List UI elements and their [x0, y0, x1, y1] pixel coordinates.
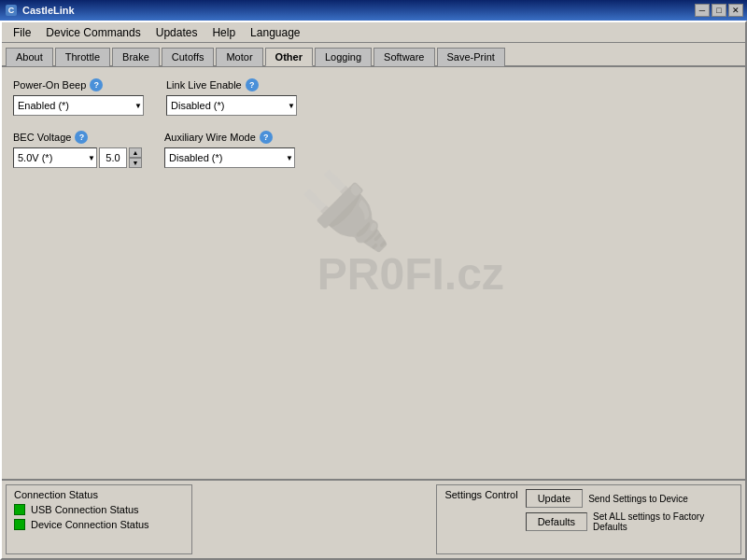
- power-on-beep-select-wrapper: Enabled (*) Disabled: [13, 95, 144, 116]
- bec-voltage-group: BEC Voltage ? 5.0V (*) 6.0V 7.4V 8.4V: [13, 131, 142, 168]
- connection-status-panel: Connection Status USB Connection Status …: [6, 484, 192, 554]
- auxiliary-wire-mode-label: Auxiliary Wire Mode ?: [164, 131, 295, 144]
- defaults-description: Set ALL settings to Factory Defaults: [593, 511, 733, 532]
- window-controls: ─ □ ✕: [695, 4, 743, 17]
- usb-status-item: USB Connection Status: [14, 504, 184, 515]
- auxiliary-wire-help[interactable]: ?: [260, 131, 273, 144]
- svg-text:C: C: [8, 6, 15, 15]
- device-status-label: Device Connection Status: [31, 519, 149, 530]
- title-bar: C CastleLink ─ □ ✕: [0, 0, 747, 21]
- link-live-enable-select[interactable]: Disabled (*) Enabled: [166, 95, 297, 116]
- device-status-indicator: [14, 519, 25, 530]
- close-button[interactable]: ✕: [728, 4, 743, 17]
- usb-status-label: USB Connection Status: [31, 504, 139, 515]
- menu-bar: File Device Commands Updates Help Langua…: [2, 22, 745, 43]
- form-row-2: BEC Voltage ? 5.0V (*) 6.0V 7.4V 8.4V: [13, 131, 734, 168]
- bec-voltage-help[interactable]: ?: [75, 131, 88, 144]
- main-window: File Device Commands Updates Help Langua…: [0, 21, 747, 560]
- update-description: Send Settings to Device: [588, 494, 688, 504]
- tab-save-print[interactable]: Save-Print: [437, 48, 505, 66]
- bec-voltage-select[interactable]: 5.0V (*) 6.0V 7.4V 8.4V: [13, 147, 97, 168]
- bec-voltage-control: 5.0V (*) 6.0V 7.4V 8.4V ▲ ▼: [13, 147, 142, 168]
- form-row-1: Power-On Beep ? Enabled (*) Disabled Lin…: [13, 78, 734, 116]
- tab-logging[interactable]: Logging: [315, 48, 372, 66]
- power-on-beep-help[interactable]: ?: [90, 78, 103, 91]
- watermark: PR0FI.cz: [317, 247, 504, 299]
- status-spacer: [196, 484, 432, 554]
- bec-voltage-label: BEC Voltage ?: [13, 131, 142, 144]
- settings-title-col: Settings Control: [444, 489, 517, 504]
- menu-device-commands[interactable]: Device Commands: [38, 24, 148, 41]
- connection-status-title: Connection Status: [14, 489, 184, 500]
- auxiliary-wire-mode-select[interactable]: Disabled (*) Enabled: [164, 147, 295, 168]
- content-area: 🔌 PR0FI.cz Power-On Beep ? Enabled (*) D…: [2, 67, 745, 479]
- maximize-button[interactable]: □: [712, 4, 726, 17]
- tab-about[interactable]: About: [6, 48, 53, 66]
- auxiliary-wire-select-wrapper: Disabled (*) Enabled: [164, 147, 295, 168]
- defaults-button[interactable]: Defaults: [526, 512, 587, 531]
- menu-help[interactable]: Help: [204, 24, 243, 41]
- tab-cutoffs[interactable]: Cutoffs: [162, 48, 215, 66]
- menu-file[interactable]: File: [6, 24, 38, 41]
- tab-bar: About Throttle Brake Cutoffs Motor Other…: [2, 43, 745, 67]
- link-live-enable-label: Link Live Enable ?: [166, 78, 297, 91]
- bec-voltage-select-wrapper: 5.0V (*) 6.0V 7.4V 8.4V: [13, 147, 97, 168]
- update-button[interactable]: Update: [526, 489, 583, 508]
- tab-software[interactable]: Software: [374, 48, 434, 66]
- tab-other[interactable]: Other: [265, 48, 313, 66]
- update-row: Update Send Settings to Device: [526, 489, 733, 508]
- usb-status-indicator: [14, 504, 25, 515]
- minimize-button[interactable]: ─: [695, 4, 710, 17]
- power-on-beep-select[interactable]: Enabled (*) Disabled: [13, 95, 144, 116]
- app-title: CastleLink: [22, 5, 695, 16]
- watermark-icon: 🔌: [299, 167, 392, 255]
- bec-voltage-decrement[interactable]: ▼: [129, 158, 142, 168]
- power-on-beep-label: Power-On Beep ?: [13, 78, 144, 91]
- settings-control-panel: Settings Control Update Send Settings to…: [436, 484, 741, 554]
- link-live-enable-help[interactable]: ?: [246, 78, 259, 91]
- app-icon: C: [4, 3, 19, 18]
- device-status-item: Device Connection Status: [14, 519, 184, 530]
- auxiliary-wire-mode-group: Auxiliary Wire Mode ? Disabled (*) Enabl…: [164, 131, 295, 168]
- power-on-beep-group: Power-On Beep ? Enabled (*) Disabled: [13, 78, 144, 116]
- tab-brake[interactable]: Brake: [112, 48, 160, 66]
- status-bar: Connection Status USB Connection Status …: [2, 479, 745, 558]
- defaults-row: Defaults Set ALL settings to Factory Def…: [526, 511, 733, 532]
- settings-control-title: Settings Control: [444, 489, 517, 500]
- bec-voltage-increment[interactable]: ▲: [129, 147, 142, 158]
- menu-updates[interactable]: Updates: [148, 24, 205, 41]
- tab-throttle[interactable]: Throttle: [55, 48, 110, 66]
- link-live-enable-group: Link Live Enable ? Disabled (*) Enabled: [166, 78, 297, 116]
- menu-language[interactable]: Language: [243, 24, 307, 41]
- link-live-select-wrapper: Disabled (*) Enabled: [166, 95, 297, 116]
- bec-voltage-spinner-buttons: ▲ ▼: [129, 147, 142, 168]
- tab-motor[interactable]: Motor: [216, 48, 262, 66]
- bec-voltage-spinner-input[interactable]: [99, 147, 127, 168]
- settings-buttons-col: Update Send Settings to Device Defaults …: [526, 489, 733, 532]
